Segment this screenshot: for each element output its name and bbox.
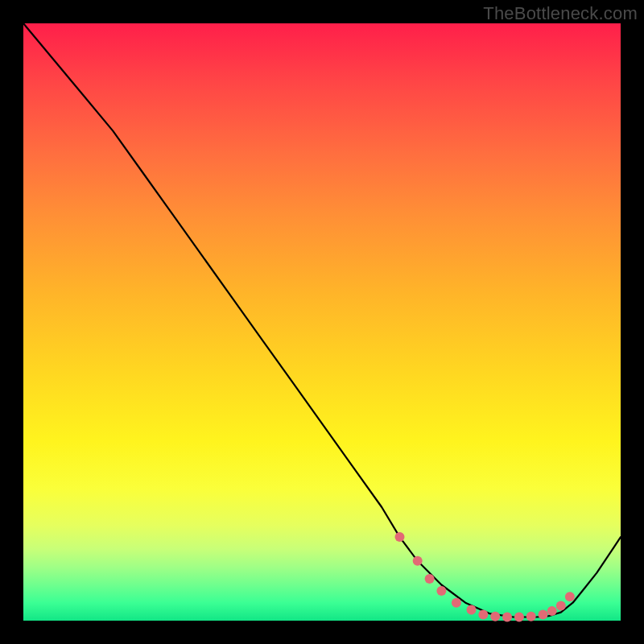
- chart-markers: [395, 532, 575, 621]
- chart-marker: [556, 601, 566, 611]
- watermark-text: TheBottleneck.com: [483, 3, 638, 24]
- chart-frame: TheBottleneck.com: [0, 0, 644, 644]
- chart-marker: [526, 612, 536, 621]
- chart-marker: [467, 605, 477, 615]
- chart-marker: [547, 606, 557, 616]
- chart-marker: [395, 532, 405, 542]
- chart-marker: [514, 613, 524, 622]
- chart-marker: [565, 592, 575, 601]
- chart-marker: [478, 610, 488, 620]
- chart-line-series: [23, 23, 621, 617]
- chart-marker: [452, 598, 461, 608]
- chart-svg: [23, 23, 621, 621]
- chart-marker: [490, 612, 500, 621]
- chart-plot-area: [23, 23, 621, 621]
- chart-marker: [413, 556, 423, 566]
- chart-marker: [425, 574, 435, 584]
- chart-marker: [436, 586, 446, 596]
- chart-marker: [539, 610, 548, 620]
- chart-marker: [502, 613, 512, 622]
